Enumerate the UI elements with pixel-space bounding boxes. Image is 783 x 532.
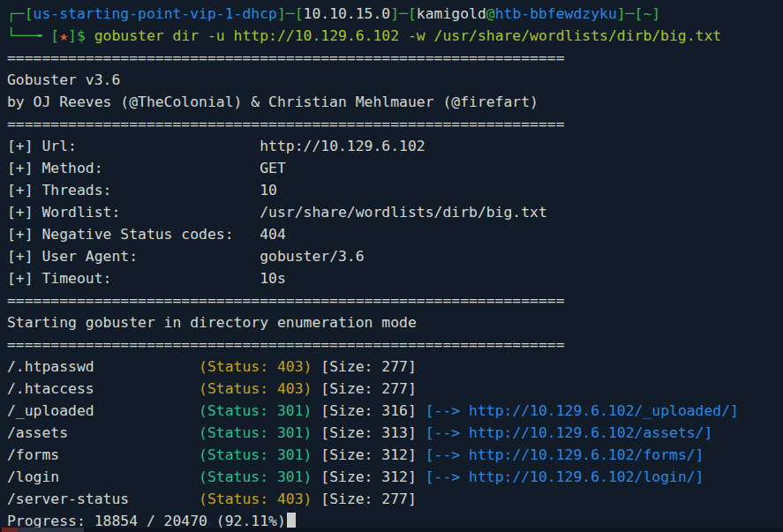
result-status: (Status: 403) — [199, 380, 312, 397]
config-value: 10s — [260, 270, 286, 287]
config-label: [+] Negative Status codes: — [7, 226, 234, 243]
banner-title: Gobuster v3.6 — [7, 69, 783, 91]
redirect-url-link[interactable]: [--> http://10.129.6.102/login/] — [425, 468, 704, 485]
result-status: (Status: 301) — [199, 424, 312, 441]
separator: ========================================… — [7, 113, 783, 135]
pad — [94, 380, 199, 397]
pad — [111, 270, 260, 287]
result-row: /.htaccess (Status: 403) [Size: 277] — [7, 378, 783, 400]
separator-rule: ========================================… — [7, 116, 565, 132]
banner-authors: by OJ Reeves (@TheColonial) & Christian … — [7, 91, 783, 113]
result-path: /forms — [7, 446, 59, 463]
pad — [94, 358, 199, 375]
result-row: /_uploaded (Status: 301) [Size: 316] [--… — [7, 400, 783, 422]
redirect-url-link[interactable]: [--> http://10.129.6.102/forms/] — [425, 446, 704, 463]
at-sign: @ — [486, 5, 495, 22]
separator-rule: ========================================… — [7, 292, 565, 309]
result-size: [Size: 312] — [312, 446, 425, 463]
config-wordlist: [+] Wordlist: /usr/share/wordlists/dirb/… — [7, 201, 783, 223]
status-text: Starting gobuster in directory enumerati… — [7, 314, 417, 331]
result-path: /.htpasswd — [7, 358, 94, 375]
pad — [59, 468, 199, 485]
config-method: [+] Method: GET — [7, 157, 783, 179]
redirect-url-link[interactable]: [--> http://10.129.6.102/assets/] — [425, 424, 713, 441]
prompt-frame: ]─[ — [390, 5, 417, 22]
result-status: (Status: 403) — [199, 358, 312, 375]
config-value: /usr/share/wordlists/dirb/big.txt — [260, 204, 547, 221]
result-path: /_uploaded — [7, 402, 94, 419]
config-label: [+] Timeout: — [7, 270, 111, 287]
config-label: [+] User Agent: — [7, 248, 138, 265]
separator: ========================================… — [7, 289, 783, 311]
config-user-agent: [+] User Agent: gobuster/3.6 — [7, 245, 783, 267]
pad — [68, 424, 199, 441]
config-value: 404 — [260, 226, 286, 243]
result-status: (Status: 301) — [199, 468, 312, 485]
prompt-frame: └──╼ [ — [7, 27, 59, 44]
hostname: htb-bbfewdzyku — [495, 5, 617, 22]
redirect-url-link[interactable]: [--> http://10.129.6.102/_uploaded/] — [425, 402, 739, 419]
config-timeout: [+] Timeout: 10s — [7, 267, 783, 289]
result-path: /login — [7, 468, 59, 485]
pad — [77, 138, 260, 154]
result-row: /login (Status: 301) [Size: 312] [--> ht… — [7, 466, 783, 488]
pad — [120, 204, 260, 221]
result-path: /server-status — [7, 491, 129, 507]
pad — [138, 248, 260, 265]
pad — [103, 160, 260, 176]
prompt-command-line: └──╼ [★]$ gobuster dir -u http://10.129.… — [7, 25, 783, 47]
config-label: [+] Url: — [7, 138, 77, 154]
result-row: /server-status (Status: 403) [Size: 277] — [7, 488, 783, 510]
config-value: http://10.129.6.102 — [260, 138, 425, 154]
config-value: gobuster/3.6 — [260, 248, 364, 265]
pad — [234, 226, 260, 243]
config-label: [+] Threads: — [7, 182, 111, 199]
terminal-output[interactable]: ┌─[us-starting-point-vip-1-dhcp]─[10.10.… — [0, 0, 783, 532]
result-path: /.htaccess — [7, 380, 94, 397]
result-path: /assets — [7, 424, 68, 441]
prompt-frame: ]─[ — [277, 5, 304, 22]
config-threads: [+] Threads: 10 — [7, 179, 783, 201]
username: kamigold — [417, 5, 486, 22]
app-version: Gobuster v3.6 — [7, 71, 120, 88]
pad — [129, 491, 199, 507]
result-row: /forms (Status: 301) [Size: 312] [--> ht… — [7, 444, 783, 466]
result-row: /.htpasswd (Status: 403) [Size: 277] — [7, 356, 783, 378]
prompt-frame: ┌─[ — [7, 5, 34, 22]
prompt-cwd: ]─[~] — [617, 5, 660, 22]
authors-text: by OJ Reeves (@TheColonial) & Christian … — [7, 94, 538, 110]
result-status: (Status: 403) — [199, 491, 312, 507]
config-label: [+] Method: — [7, 160, 103, 176]
partial-next-line-gray-fragment — [18, 528, 84, 532]
pad — [59, 446, 199, 463]
command-text: gobuster dir -u http://10.129.6.102 -w /… — [94, 27, 722, 44]
status-message: Starting gobuster in directory enumerati… — [7, 311, 783, 333]
result-size: [Size: 277] — [312, 491, 416, 507]
config-url: [+] Url: http://10.129.6.102 — [7, 135, 783, 157]
separator-rule: ========================================… — [7, 336, 565, 353]
vpn-ip: 10.10.15.0 — [304, 5, 391, 22]
result-status: (Status: 301) — [199, 402, 312, 419]
result-size: [Size: 312] — [312, 468, 425, 485]
result-size: [Size: 316] — [312, 402, 425, 419]
prompt-frame: ]$ — [68, 27, 94, 44]
config-negative-status-codes: [+] Negative Status codes: 404 — [7, 223, 783, 245]
result-size: [Size: 313] — [312, 424, 425, 441]
result-status: (Status: 301) — [199, 446, 312, 463]
star-icon: ★ — [59, 27, 68, 44]
partial-next-line-band — [0, 528, 783, 532]
pad — [94, 402, 199, 419]
result-size: [Size: 277] — [312, 358, 416, 375]
separator-rule: ========================================… — [7, 49, 565, 66]
result-size: [Size: 277] — [312, 380, 416, 397]
terminal-screen: { "colors": { "background": "#121c29", "… — [0, 0, 783, 532]
result-row: /assets (Status: 301) [Size: 313] [--> h… — [7, 422, 783, 444]
vpn-server-name: us-starting-point-vip-1-dhcp — [34, 5, 277, 22]
prompt-host-line: ┌─[us-starting-point-vip-1-dhcp]─[10.10.… — [7, 3, 783, 25]
separator: ========================================… — [7, 47, 783, 69]
pad — [111, 182, 260, 199]
separator: ========================================… — [7, 333, 783, 356]
config-value: GET — [260, 160, 286, 176]
partial-next-line-red-fragment — [2, 528, 18, 532]
config-value: 10 — [260, 182, 277, 199]
